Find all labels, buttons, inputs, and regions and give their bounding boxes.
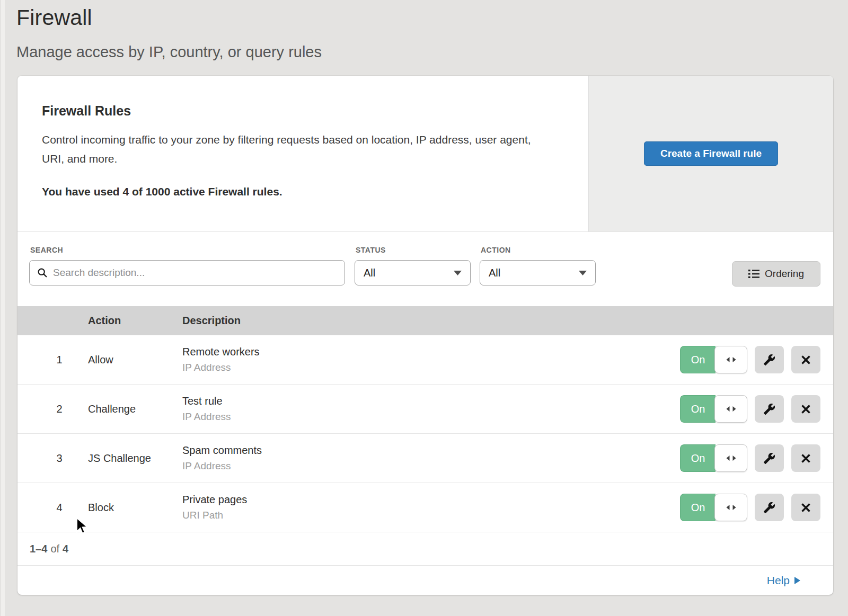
delete-rule-button[interactable] [791,444,820,472]
arrow-right-icon [794,577,800,584]
chevron-down-icon [454,271,462,275]
ordering-button[interactable]: Ordering [732,261,820,287]
delete-rule-button[interactable] [791,494,820,521]
delete-rule-button[interactable] [791,346,820,373]
firewall-rules-card: Firewall Rules Control incoming traffic … [17,76,833,595]
rule-action: Allow [88,354,182,366]
wrench-icon [763,502,775,514]
rule-action: Block [88,502,182,514]
rule-description-cell: Private pages URI Path [182,494,680,521]
filter-bar: SEARCH STATUS All ACTION All [17,231,833,306]
rule-description-cell: Spam comments IP Address [182,444,680,472]
create-firewall-rule-button[interactable]: Create a Firewall rule [644,141,778,166]
rule-action: Challenge [88,403,182,415]
drag-handle-icon[interactable] [714,494,747,521]
search-input[interactable] [53,267,337,279]
toggle-on-label: On [680,346,716,373]
wrench-icon [763,354,775,366]
table-row: 4 Block Private pages URI Path On [17,483,833,532]
card-description: Control incoming traffic to your zone by… [42,130,545,168]
close-icon [800,404,811,415]
toggle-on-label: On [680,494,716,521]
pagination-status: 1–4 of 4 [17,532,833,565]
help-link-label: Help [767,574,790,587]
rule-controls: On [680,395,833,423]
table-row: 2 Challenge Test rule IP Address On [17,385,833,434]
rule-description: Remote workers [182,346,680,358]
page-subtitle: Manage access by IP, country, or query r… [16,43,848,61]
intro-section: Firewall Rules Control incoming traffic … [17,76,833,231]
status-filter-group: STATUS All [355,246,471,285]
rule-match-type: IP Address [182,411,680,423]
edit-rule-button[interactable] [755,395,784,423]
rule-priority: 1 [17,354,88,366]
ordering-list-icon [748,269,759,279]
page-title: Firewall [16,5,848,30]
chevron-down-icon [579,271,587,275]
pagination-total: 4 [63,543,68,555]
rule-match-type: IP Address [182,460,680,472]
usage-summary: You have used 4 of 1000 active Firewall … [42,185,567,198]
search-label: SEARCH [30,246,345,254]
delete-rule-button[interactable] [791,395,820,423]
action-filter-group: ACTION All [480,246,596,285]
edit-rule-button[interactable] [755,494,784,521]
search-filter-group: SEARCH [29,246,345,285]
rule-controls: On [680,346,833,373]
search-icon [37,267,48,278]
close-icon [800,453,811,464]
wrench-icon [763,452,775,465]
card-title: Firewall Rules [42,103,567,119]
intro-action-panel: Create a Firewall rule [588,76,833,231]
edit-rule-button[interactable] [755,444,784,472]
rule-match-type: IP Address [182,362,680,373]
rule-description: Private pages [182,494,680,506]
close-icon [800,354,811,365]
rule-action: JS Challenge [88,452,182,465]
toggle-on-label: On [680,444,716,472]
pagination-range: 1–4 [30,543,47,555]
mouse-cursor [76,517,91,534]
status-select-value: All [364,267,454,279]
rule-priority: 3 [17,452,88,465]
left-edge-highlight [1,0,5,616]
help-link[interactable]: Help [767,574,800,587]
action-column-header: Action [88,315,182,327]
rule-description-cell: Test rule IP Address [182,395,680,423]
rule-description: Test rule [182,395,680,407]
drag-handle-icon[interactable] [714,444,747,472]
rule-description-cell: Remote workers IP Address [182,346,680,373]
description-column-header: Description [182,315,820,327]
search-box [29,260,345,285]
card-footer: Help [17,565,833,595]
edit-rule-button[interactable] [755,346,784,373]
drag-handle-icon[interactable] [714,346,747,373]
rule-enabled-toggle[interactable]: On [680,494,747,521]
table-row: 1 Allow Remote workers IP Address On [17,335,833,385]
close-icon [800,502,811,513]
ordering-button-label: Ordering [765,268,804,280]
rule-priority: 2 [17,403,88,415]
status-label: STATUS [356,246,471,254]
rule-description: Spam comments [182,444,680,457]
rule-enabled-toggle[interactable]: On [680,395,747,423]
rule-priority: 4 [17,502,88,514]
action-select-value: All [489,267,579,279]
action-label: ACTION [481,246,596,254]
pagination-of: of [50,543,59,555]
drag-handle-icon[interactable] [714,395,747,423]
rule-match-type: URI Path [182,510,680,521]
intro-text-panel: Firewall Rules Control incoming traffic … [17,76,588,231]
status-select[interactable]: All [355,260,471,285]
rule-enabled-toggle[interactable]: On [680,444,747,472]
table-header: Action Description [17,306,833,335]
action-select[interactable]: All [480,260,596,285]
page-header: Firewall Manage access by IP, country, o… [0,0,848,61]
rule-controls: On [680,444,833,472]
wrench-icon [763,403,775,415]
rule-enabled-toggle[interactable]: On [680,346,747,373]
rule-controls: On [680,494,833,521]
toggle-on-label: On [680,395,716,423]
table-row: 3 JS Challenge Spam comments IP Address … [17,434,833,483]
